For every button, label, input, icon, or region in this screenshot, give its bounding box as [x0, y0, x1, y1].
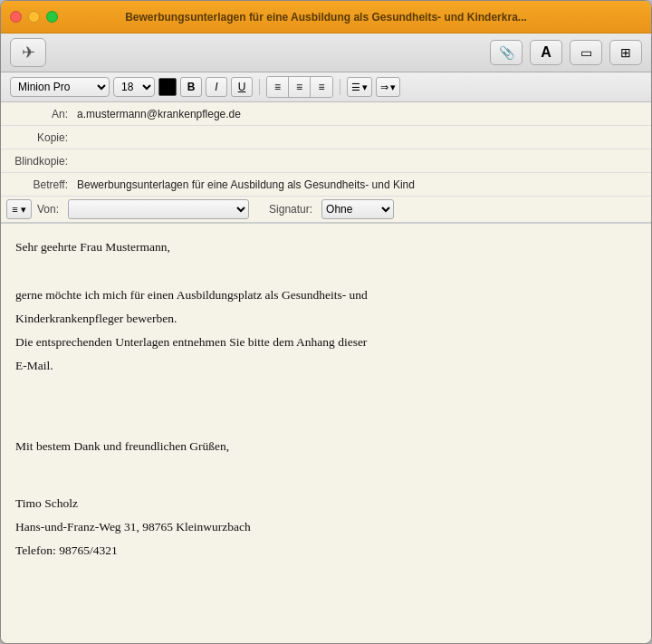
bcc-label: Blindkopie: [1, 155, 73, 168]
sort-button[interactable]: ≡ ▾ [6, 199, 32, 219]
toolbar-right: 📎 A ▭ ⊞ [490, 40, 642, 65]
bcc-input[interactable] [73, 152, 651, 170]
email-header-fields: An: Kopie: Blindkopie: Betreff: ≡ ▾ Von:… [1, 102, 651, 224]
indent-dropdown-arrow: ▾ [390, 82, 396, 93]
to-input[interactable] [73, 105, 651, 123]
traffic-lights [10, 11, 58, 23]
grid-icon: ⊞ [620, 45, 631, 60]
titlebar: Bewerbungsunterlagen für eine Ausbildung… [1, 1, 651, 34]
formatting-bar: Minion Pro 18 B I U ≡ ≡ ≡ ☰ ▾ ⇒ ▾ [1, 72, 651, 102]
body-para1-line4: E-Mail. [15, 357, 637, 375]
minimize-button[interactable] [28, 11, 40, 23]
to-field-row: An: [1, 102, 651, 126]
send-button[interactable]: ✈ [10, 38, 46, 67]
email-compose-window: Bewerbungsunterlagen für eine Ausbildung… [0, 0, 652, 644]
bcc-field-row: Blindkopie: [1, 149, 651, 173]
closing: Mit bestem Dank und freundlichen Grüßen, [15, 437, 637, 456]
paragraph-spacer3 [15, 414, 637, 432]
main-toolbar: ✈ 📎 A ▭ ⊞ [1, 34, 651, 72]
divider2 [340, 79, 340, 95]
list-dropdown[interactable]: ☰ ▾ [347, 77, 372, 97]
cc-label: Kopie: [1, 131, 73, 144]
attach-button[interactable]: 📎 [490, 40, 523, 65]
sender-address: Hans-und-Franz-Weg 31, 98765 Kleinwurzba… [15, 518, 637, 536]
grid-button[interactable]: ⊞ [609, 40, 642, 65]
signature-label: Signatur: [269, 203, 312, 216]
divider1 [259, 79, 260, 95]
attach-icon: 📎 [499, 45, 514, 60]
align-center-button[interactable]: ≡ [289, 77, 311, 97]
list-dropdown-arrow: ▾ [362, 82, 368, 93]
font-size-select[interactable]: 18 [113, 77, 155, 97]
bold-button[interactable]: B [180, 77, 202, 97]
body-para1-line1: gerne möchte ich mich für einen Ausbildu… [15, 286, 637, 304]
font-icon: A [541, 44, 551, 61]
indent-dropdown[interactable]: ⇒ ▾ [376, 77, 400, 97]
paragraph-spacer2 [15, 390, 637, 409]
sort-icon: ≡ ▾ [12, 204, 25, 216]
body-para1-line3: Die entsprechenden Unterlagen entnehmen … [15, 333, 637, 351]
email-body[interactable]: Sehr geehrte Frau Mustermann, gerne möch… [1, 224, 651, 643]
paragraph-spacer [15, 262, 637, 280]
sender-phone: Telefon: 98765/4321 [15, 542, 637, 560]
greeting: Sehr geehrte Frau Mustermann, [15, 238, 637, 256]
align-left-button[interactable]: ≡ [267, 77, 289, 97]
list-icon: ☰ [351, 82, 360, 93]
italic-button[interactable]: I [206, 77, 227, 97]
from-select[interactable] [68, 199, 249, 219]
paragraph-spacer4 [15, 470, 637, 488]
font-button[interactable]: A [530, 40, 562, 65]
subject-input[interactable] [73, 176, 651, 194]
window-button[interactable]: ▭ [570, 40, 602, 65]
toolbar-left: ✈ [10, 38, 46, 67]
window-icon: ▭ [580, 45, 592, 60]
alignment-group: ≡ ≡ ≡ [266, 76, 333, 98]
sender-name: Timo Scholz [15, 495, 637, 513]
von-row: ≡ ▾ Von: Signatur: Ohne [1, 197, 651, 223]
body-para1-line2: Kinderkrankenpfleger bewerben. [15, 310, 637, 328]
send-icon: ✈ [22, 43, 35, 62]
text-color-picker[interactable] [158, 78, 177, 96]
close-button[interactable] [10, 11, 22, 23]
signature-select[interactable]: Ohne [321, 199, 394, 219]
align-right-button[interactable]: ≡ [311, 77, 332, 97]
from-label: Von: [37, 203, 62, 216]
cc-input[interactable] [73, 129, 651, 147]
window-title: Bewerbungsunterlagen für eine Ausbildung… [125, 11, 527, 24]
indent-icon: ⇒ [380, 82, 388, 93]
subject-label: Betreff: [1, 178, 73, 191]
underline-button[interactable]: U [231, 77, 253, 97]
to-label: An: [1, 108, 73, 120]
subject-field-row: Betreff: [1, 173, 651, 197]
font-family-select[interactable]: Minion Pro [10, 77, 110, 97]
cc-field-row: Kopie: [1, 126, 651, 149]
maximize-button[interactable] [46, 11, 58, 23]
